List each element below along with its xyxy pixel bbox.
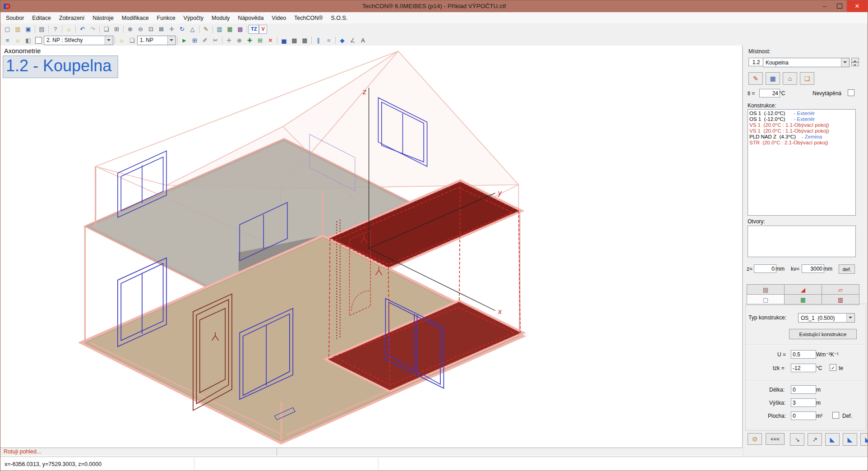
wall-select-3-icon[interactable]: ◣	[860, 433, 868, 446]
refresh-icon[interactable]: ↻	[177, 24, 187, 34]
layer-combo[interactable]: 2. NP : Střechy	[44, 36, 113, 45]
axonometry-icon[interactable]: △	[187, 24, 198, 34]
v-button[interactable]: V	[259, 25, 267, 34]
sep8[interactable]	[212, 26, 213, 33]
slope-icon[interactable]: ∠	[347, 35, 358, 45]
menu-item[interactable]: TechCON®	[290, 13, 327, 23]
tz-button[interactable]: TZ	[249, 25, 259, 34]
add-node-icon[interactable]: ✚	[245, 35, 255, 45]
spin-down-button[interactable]	[851, 62, 859, 67]
unheated-checkbox[interactable]	[848, 89, 854, 96]
monitor-icon[interactable]: ▥	[214, 24, 225, 34]
sep9[interactable]	[247, 26, 247, 33]
delete-icon[interactable]: ✕	[265, 35, 276, 45]
floor-visibility-icon[interactable]: ☼	[116, 35, 127, 45]
menu-item[interactable]: S.O.S.	[327, 13, 352, 23]
save-icon[interactable]: ▣	[23, 24, 33, 34]
chevron-down-icon[interactable]	[167, 36, 175, 45]
z-input[interactable]	[754, 264, 776, 273]
collapse-panel-button[interactable]: <<<	[766, 433, 785, 445]
find-room-button[interactable]: ⊙	[748, 433, 762, 445]
tab-roof[interactable]: ◢	[784, 284, 822, 295]
konstrukce-row[interactable]: PLD NAD Z (4.3°C) - Zemina	[748, 134, 855, 140]
hatch-icon[interactable]: ▩	[235, 24, 245, 34]
konstrukce-row[interactable]: OS 1 (-12.0°C) - Exteriér	[748, 111, 855, 116]
tab-output[interactable]: ▤	[747, 284, 785, 295]
konstrukce-row[interactable]: OS 1 (-12.0°C) - Exteriér	[748, 116, 855, 122]
ti-input[interactable]	[759, 89, 780, 97]
sep2[interactable]	[48, 26, 49, 33]
typ-konstrukce-combo[interactable]: OS_1 (0.500)	[798, 313, 855, 323]
redo-icon[interactable]: ↷	[88, 24, 98, 34]
def-button[interactable]: def.	[839, 264, 855, 274]
menu-item[interactable]: Zobrazení	[55, 13, 88, 23]
levels-icon[interactable]: ≈	[323, 35, 334, 45]
flag-icon[interactable]: ►	[179, 35, 189, 45]
zoom-in-icon[interactable]: ⊕	[125, 24, 135, 34]
delka-input[interactable]	[791, 385, 816, 394]
new-icon[interactable]: ▢	[2, 24, 13, 34]
crosshair-icon[interactable]: ⊕	[234, 35, 245, 45]
sep4[interactable]	[75, 26, 76, 33]
chevron-down-icon[interactable]	[846, 314, 854, 322]
menu-item[interactable]: Nástroje	[88, 13, 118, 23]
undo-icon[interactable]: ↶	[77, 24, 88, 34]
maximize-button[interactable]	[832, 0, 847, 12]
sep7[interactable]	[199, 26, 199, 33]
menu-item[interactable]: Moduly	[208, 13, 234, 23]
hatch-dark-icon[interactable]: ▩	[289, 35, 300, 45]
te-checkbox[interactable]: ✓	[830, 364, 836, 371]
pipes-icon[interactable]: ∥	[313, 35, 323, 45]
sep1[interactable]	[35, 26, 35, 33]
zoom-extents-icon[interactable]: ⊠	[156, 24, 166, 34]
existing-construction-button[interactable]: Existující konstrukce	[789, 329, 857, 339]
room-name-combo[interactable]: Koupelna	[763, 58, 850, 67]
layer-checkbox[interactable]	[35, 37, 42, 44]
layers-icon[interactable]: ≡	[2, 35, 13, 45]
sepA[interactable]	[222, 37, 222, 44]
tools-icon[interactable]: ✐	[200, 35, 210, 45]
chart-icon[interactable]: ▅	[279, 35, 289, 45]
konstrukce-row[interactable]: VS 1 (20.0°C : 1.1-Obývací pokoj)	[748, 122, 855, 128]
table-icon[interactable]: ⊞	[255, 35, 265, 45]
tzk-input[interactable]	[791, 364, 816, 372]
vyska-input[interactable]	[791, 398, 816, 407]
sep3[interactable]	[62, 26, 62, 33]
axonometric-drawing[interactable]: z y x	[0, 46, 742, 448]
scissors-icon[interactable]: ✂	[210, 35, 221, 45]
spin-up-button[interactable]	[851, 58, 859, 62]
kv-input[interactable]	[802, 264, 824, 273]
layer-lock-icon[interactable]: ◧	[23, 35, 33, 45]
grid-layout-icon[interactable]: ⊞	[111, 24, 122, 34]
tab-slab[interactable]: ▱	[822, 284, 859, 295]
room-list-icon[interactable]: ▦	[766, 72, 780, 85]
chevron-down-icon[interactable]	[105, 36, 113, 45]
zoom-out-icon[interactable]: ⊖	[135, 24, 146, 34]
light-icon[interactable]: ☼	[64, 24, 74, 34]
grid-icon[interactable]: ⊞	[189, 35, 200, 45]
room-copy-icon[interactable]: ❏	[800, 72, 814, 85]
floor-settings-icon[interactable]: ❏	[127, 35, 137, 45]
sepB[interactable]	[277, 37, 277, 44]
help-icon[interactable]: ?	[50, 24, 60, 34]
menu-item[interactable]: Soubor	[2, 13, 28, 23]
fill-dark-icon[interactable]: ▦	[300, 35, 310, 45]
chevron-down-icon[interactable]	[841, 58, 849, 67]
text-icon[interactable]: A	[358, 35, 368, 45]
menu-item[interactable]: Funkce	[153, 13, 180, 23]
window-layout-icon[interactable]: ❏	[101, 24, 111, 34]
plocha-input[interactable]	[791, 411, 816, 420]
components-icon[interactable]: ▦	[225, 24, 235, 34]
apply-up-icon[interactable]: ↗	[808, 433, 822, 446]
sepD[interactable]	[335, 37, 336, 44]
close-button[interactable]: ✕	[847, 0, 868, 12]
apply-down-icon[interactable]: ↘	[790, 433, 804, 446]
u-input[interactable]	[791, 350, 816, 359]
menu-item[interactable]: Video	[268, 13, 290, 23]
room-edit-icon[interactable]: ✎	[748, 72, 763, 85]
sep6[interactable]	[123, 26, 124, 33]
konstrukce-row[interactable]: STR (20.0°C : 2.1-Obývací pokoj)	[748, 140, 855, 146]
open-icon[interactable]: ▥	[13, 24, 23, 34]
menu-item[interactable]: Výpočty	[180, 13, 208, 23]
zoom-window-icon[interactable]: ⊡	[146, 24, 156, 34]
